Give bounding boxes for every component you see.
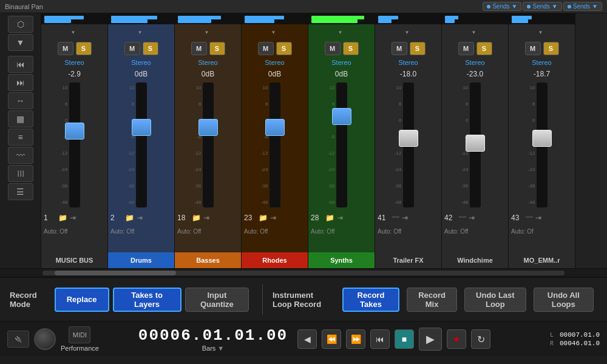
- toolbar-btn-fold[interactable]: ▼: [8, 34, 33, 51]
- s-button-drums[interactable]: S: [143, 42, 158, 55]
- ch-route-icon-synths[interactable]: ⇥: [337, 214, 343, 222]
- toolbar-btn-group[interactable]: ⁞⁞⁞: [8, 165, 33, 182]
- fast-forward-button[interactable]: ⏩: [346, 329, 365, 349]
- auto-row-synths: Auto: Off: [311, 226, 372, 237]
- m-button-trailer[interactable]: M: [392, 42, 407, 55]
- ms-row-windchime: M S: [442, 40, 508, 57]
- ch-route-icon-basses[interactable]: ⇥: [203, 214, 209, 222]
- record-mix-button[interactable]: Record Mix: [407, 288, 457, 312]
- vu-meter-synths: [308, 13, 375, 24]
- name-dropdown-arrow-basses[interactable]: ▼: [205, 30, 209, 35]
- s-button-rhodes[interactable]: S: [276, 42, 292, 55]
- fader-handle-rhodes[interactable]: [265, 119, 285, 136]
- ch-folder-icon-music-bus[interactable]: 📁: [58, 214, 67, 222]
- midi-button[interactable]: 🔌: [7, 331, 29, 348]
- undo-all-loops-button[interactable]: Undo All Loops: [534, 288, 594, 312]
- name-dropdown-arrow-rhodes[interactable]: ▼: [271, 30, 276, 35]
- ch-folder-icon-synths[interactable]: 📁: [325, 214, 334, 222]
- fast-rewind-button[interactable]: ⏪: [322, 329, 341, 349]
- m-button-windchime[interactable]: M: [458, 42, 474, 55]
- ch-num-row-synths: 28 📁 ⇥: [311, 211, 372, 224]
- ch-folder-icon-basses[interactable]: 📁: [192, 214, 201, 222]
- ch-route-icon-trailer[interactable]: ⇥: [402, 214, 408, 222]
- ch-route-icon-music-bus[interactable]: ⇥: [70, 214, 76, 222]
- fader-handle-synths[interactable]: [332, 108, 351, 125]
- s-button-trailer[interactable]: S: [410, 42, 426, 55]
- fader-handle-drums[interactable]: [132, 119, 151, 136]
- ch-folder-icon-mo-emm[interactable]: 〰: [526, 214, 533, 222]
- name-dropdown-arrow-trailer[interactable]: ▼: [405, 30, 410, 35]
- toolbar-btn-prev[interactable]: ⏮: [8, 56, 33, 73]
- tempo-knob[interactable]: [34, 328, 56, 350]
- toolbar-btn-grid[interactable]: ▦: [8, 110, 33, 127]
- transport-left: 🔌 MIDI Performance: [7, 326, 129, 352]
- scroll-thumb[interactable]: [55, 271, 176, 275]
- replace-button[interactable]: Replace: [55, 288, 109, 312]
- ch-route-icon-windchime[interactable]: ⇥: [469, 214, 475, 222]
- undo-last-loop-button[interactable]: Undo Last Loop: [464, 288, 526, 312]
- ch-route-icon-drums[interactable]: ⇥: [137, 214, 143, 222]
- s-button-mo-emm[interactable]: S: [543, 42, 559, 55]
- play-button[interactable]: ▶: [419, 328, 442, 351]
- vu-bar-right-synths: [311, 19, 358, 23]
- channel-bottom-rhodes: 23 📁 ⇥ Auto: Off: [242, 210, 308, 252]
- scroll-area[interactable]: [0, 268, 607, 277]
- ch-num-row-windchime: 42 〰 ⇥: [444, 211, 506, 224]
- s-button-windchime[interactable]: S: [476, 42, 492, 55]
- name-dropdown-arrow-music-bus[interactable]: ▼: [71, 30, 76, 35]
- name-dropdown-arrow-synths[interactable]: ▼: [338, 30, 343, 35]
- ch-folder-icon-trailer[interactable]: 〰: [392, 214, 399, 222]
- ch-route-icon-rhodes[interactable]: ⇥: [270, 214, 276, 222]
- input-quantize-button[interactable]: Input Quantize: [185, 288, 249, 312]
- sends-btn-2[interactable]: Sends ▼: [523, 2, 561, 11]
- name-dropdown-arrow-mo-emm[interactable]: ▼: [538, 30, 543, 35]
- midi-label[interactable]: MIDI: [69, 326, 90, 343]
- stop-button[interactable]: ■: [395, 329, 414, 349]
- fader-handle-music-bus[interactable]: [65, 123, 84, 140]
- ch-folder-icon-drums[interactable]: 📁: [125, 214, 134, 222]
- ch-folder-icon-windchime[interactable]: 〰: [459, 214, 466, 222]
- fader-handle-mo-emm[interactable]: [532, 130, 552, 147]
- transport-controls: ◀ ⏪ ⏩ ⏮ ■ ▶ ● ↻: [297, 328, 490, 351]
- name-dropdown-arrow-windchime[interactable]: ▼: [472, 30, 476, 35]
- ch-num-row-music-bus: 1 📁 ⇥: [44, 211, 105, 224]
- takes-to-layers-button[interactable]: Takes to Layers: [113, 288, 181, 312]
- channel-name-row-mo-emm: ▼: [509, 24, 575, 40]
- channel-name-row-windchime: ▼: [442, 24, 508, 40]
- record-button[interactable]: ●: [447, 329, 466, 349]
- stereo-label-synths: Stereo: [308, 57, 375, 68]
- toolbar-btn-waveform[interactable]: 〰: [8, 147, 33, 164]
- scroll-bar[interactable]: [42, 271, 565, 275]
- toolbar-btn-arrow-right[interactable]: ↔: [8, 92, 33, 109]
- bars-dropdown-arrow[interactable]: ▼: [217, 345, 224, 352]
- fader-area-drums: 1060-6-12-24-36-48: [108, 80, 174, 210]
- s-button-music-bus[interactable]: S: [76, 42, 92, 55]
- sends-btn-3[interactable]: Sends ▼: [563, 2, 602, 11]
- s-button-basses[interactable]: S: [209, 42, 225, 55]
- fader-handle-trailer[interactable]: [399, 130, 418, 147]
- name-dropdown-arrow-drums[interactable]: ▼: [138, 30, 143, 35]
- ch-folder-icon-rhodes[interactable]: 📁: [259, 214, 268, 222]
- timecode-right-2: 00046.01.0: [560, 340, 600, 347]
- fader-handle-windchime[interactable]: [466, 135, 485, 152]
- record-takes-button[interactable]: Record Takes: [342, 288, 399, 312]
- rewind-button[interactable]: ◀: [297, 329, 317, 349]
- channel-name-row-synths: ▼: [308, 24, 375, 40]
- toolbar-btn-bars[interactable]: ≡: [8, 129, 33, 146]
- cycle-button[interactable]: ↻: [471, 329, 490, 349]
- m-button-drums[interactable]: M: [124, 42, 140, 55]
- toolbar-btn-lines[interactable]: ☰: [8, 183, 33, 200]
- ch-route-icon-mo-emm[interactable]: ⇥: [535, 214, 541, 222]
- m-button-mo-emm[interactable]: M: [525, 42, 541, 55]
- toolbar-btn-next[interactable]: ⏭: [8, 74, 33, 91]
- toolbar-btn-plugin[interactable]: ⬡: [8, 16, 33, 33]
- sends-btn-1[interactable]: Sends ▼: [483, 2, 521, 11]
- go-to-start-button[interactable]: ⏮: [370, 329, 390, 349]
- m-button-rhodes[interactable]: M: [258, 42, 274, 55]
- fader-handle-basses[interactable]: [198, 119, 218, 136]
- s-button-synths[interactable]: S: [343, 42, 359, 55]
- ms-row-mo-emm: M S: [509, 40, 575, 57]
- m-button-basses[interactable]: M: [191, 42, 207, 55]
- m-button-synths[interactable]: M: [325, 42, 341, 55]
- m-button-music-bus[interactable]: M: [58, 42, 73, 55]
